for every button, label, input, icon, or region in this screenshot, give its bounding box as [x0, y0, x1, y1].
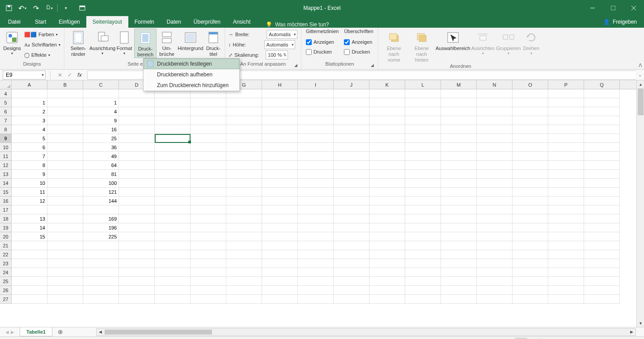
cell[interactable]: [369, 197, 405, 205]
cell[interactable]: [477, 143, 513, 152]
cell[interactable]: 13: [12, 214, 47, 223]
add-to-print-area-item[interactable]: Zum Druckbereich hinzufügen: [144, 80, 239, 91]
cell[interactable]: [369, 89, 405, 98]
cell[interactable]: [83, 241, 119, 250]
cell[interactable]: [369, 170, 405, 179]
cell[interactable]: [584, 125, 620, 134]
cell[interactable]: [226, 286, 262, 295]
cell[interactable]: [369, 125, 405, 134]
cell[interactable]: [47, 214, 83, 223]
cell[interactable]: [226, 143, 262, 152]
cell[interactable]: [334, 295, 369, 304]
cell[interactable]: [369, 179, 405, 188]
cell[interactable]: [513, 232, 548, 241]
cell[interactable]: [584, 197, 620, 205]
cell[interactable]: [513, 223, 548, 232]
cell[interactable]: [369, 152, 405, 161]
cell[interactable]: [584, 107, 620, 116]
cell[interactable]: [119, 241, 155, 250]
cell[interactable]: [369, 143, 405, 152]
cell[interactable]: [405, 170, 441, 179]
cell[interactable]: [298, 152, 334, 161]
cell[interactable]: [262, 89, 298, 98]
cell[interactable]: [191, 116, 226, 125]
undo-button[interactable]: ↶▾: [16, 2, 29, 14]
cell[interactable]: [334, 125, 369, 134]
cell[interactable]: [262, 134, 298, 143]
cell[interactable]: 10: [12, 179, 47, 188]
cell[interactable]: [47, 143, 83, 152]
cell[interactable]: [226, 170, 262, 179]
scale-spinner[interactable]: 100 %: [266, 50, 288, 59]
cell[interactable]: [119, 143, 155, 152]
tab-einfügen[interactable]: Einfügen: [52, 16, 86, 28]
cell[interactable]: [477, 179, 513, 188]
breaks-button[interactable]: Um- brüche: [157, 29, 177, 57]
tab-formeln[interactable]: Formeln: [128, 16, 161, 28]
cell[interactable]: [262, 295, 298, 304]
cell[interactable]: [155, 205, 191, 214]
add-sheet-button[interactable]: ⊕: [56, 328, 65, 335]
cell[interactable]: [369, 214, 405, 223]
sheet-prev-icon[interactable]: ◀: [5, 330, 9, 335]
cell[interactable]: [548, 277, 584, 286]
cell[interactable]: [119, 214, 155, 223]
cell[interactable]: [262, 161, 298, 170]
cell[interactable]: [119, 250, 155, 259]
cell[interactable]: 12: [12, 197, 47, 205]
cell[interactable]: [405, 286, 441, 295]
cell[interactable]: [12, 268, 47, 277]
cell[interactable]: [477, 259, 513, 268]
cell[interactable]: [262, 107, 298, 116]
cell[interactable]: [334, 277, 369, 286]
cell[interactable]: [262, 268, 298, 277]
cell[interactable]: 8: [12, 161, 47, 170]
cell[interactable]: [548, 259, 584, 268]
cell[interactable]: [477, 205, 513, 214]
row-header[interactable]: 24: [0, 268, 12, 277]
cell[interactable]: 9: [83, 116, 119, 125]
cell[interactable]: [548, 152, 584, 161]
vscroll-thumb[interactable]: [638, 88, 644, 115]
cell[interactable]: 64: [83, 161, 119, 170]
cell[interactable]: [548, 188, 584, 197]
cell[interactable]: [369, 223, 405, 232]
row-header[interactable]: 23: [0, 259, 12, 268]
cell[interactable]: [226, 134, 262, 143]
column-header[interactable]: H: [262, 80, 298, 89]
cell[interactable]: [155, 259, 191, 268]
tab-start[interactable]: Start: [29, 16, 52, 28]
cell[interactable]: [441, 223, 477, 232]
cell[interactable]: [298, 250, 334, 259]
maximize-button[interactable]: [603, 0, 623, 16]
cell[interactable]: [191, 134, 226, 143]
row-header[interactable]: 5: [0, 98, 12, 107]
cell[interactable]: [441, 152, 477, 161]
cell[interactable]: [226, 197, 262, 205]
cell[interactable]: [119, 107, 155, 116]
hscroll-thumb[interactable]: [105, 330, 212, 335]
scroll-down-arrow[interactable]: ▼: [637, 319, 644, 327]
cell[interactable]: 4: [83, 107, 119, 116]
cell[interactable]: [262, 188, 298, 197]
cell[interactable]: [548, 125, 584, 134]
cell[interactable]: [584, 223, 620, 232]
cell[interactable]: [191, 179, 226, 188]
cell[interactable]: [584, 152, 620, 161]
height-combo[interactable]: Automatis: [264, 40, 295, 49]
column-header[interactable]: C: [83, 80, 119, 89]
cell[interactable]: [47, 259, 83, 268]
cell[interactable]: [298, 107, 334, 116]
cell[interactable]: [334, 143, 369, 152]
cell[interactable]: [369, 295, 405, 304]
sheet-options-launcher[interactable]: ◢: [370, 63, 375, 68]
cell[interactable]: [548, 295, 584, 304]
cell[interactable]: [441, 259, 477, 268]
cell[interactable]: [513, 277, 548, 286]
ribbon-display-options[interactable]: [72, 0, 93, 16]
cell[interactable]: [119, 125, 155, 134]
row-header[interactable]: 15: [0, 188, 12, 197]
cell[interactable]: [155, 295, 191, 304]
column-header[interactable]: M: [441, 80, 477, 89]
cell[interactable]: [513, 179, 548, 188]
